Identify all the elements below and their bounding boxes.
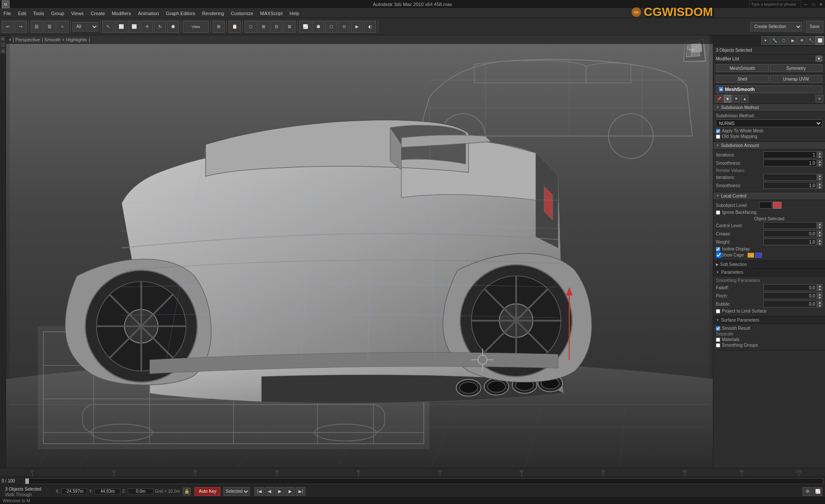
show-cage-checkbox[interactable] [716, 252, 721, 258]
render-smooth-down[interactable]: ▼ [817, 185, 822, 189]
panel-tb-active[interactable]: ■ [724, 95, 731, 103]
maximize-button[interactable]: □ [809, 0, 817, 9]
create-selection-dropdown[interactable]: Create Selection [750, 22, 802, 31]
weight-up[interactable]: ▲ [817, 238, 822, 242]
smoothness-input[interactable] [763, 160, 817, 166]
save-button[interactable]: Save [806, 21, 823, 33]
render-smooth-up[interactable]: ▲ [817, 182, 822, 185]
weight-input[interactable] [763, 238, 817, 245]
left-panel-btn-1[interactable]: + [0, 36, 6, 41]
soft-selection-header[interactable]: ▶ Soft Selection [713, 261, 825, 269]
menu-animation[interactable]: Animation [135, 9, 163, 18]
render-setup-button[interactable]: ⊙ [338, 21, 350, 33]
pinch-down[interactable]: ▼ [817, 296, 822, 299]
menu-create[interactable]: Create [87, 9, 108, 18]
unwrap-uvw-button[interactable]: Unwrap UVW [770, 75, 823, 83]
left-panel-btn-2[interactable]: - [0, 42, 6, 47]
tab-hierarchy[interactable]: ⬡ [779, 36, 788, 45]
menu-tools[interactable]: Tools [30, 9, 48, 18]
mini-curve-button[interactable]: 📈 [813, 487, 822, 496]
control-level-input[interactable] [763, 222, 817, 229]
local-control-header[interactable]: ▼ Local Control [713, 192, 825, 200]
viewport-perspective-label[interactable]: + | Perspective [9, 37, 40, 42]
meshsmooth-button[interactable]: MeshSmooth [716, 64, 769, 72]
tab-utilities[interactable]: 🔨 [806, 36, 815, 45]
menu-help[interactable]: Help [286, 9, 303, 18]
menu-graph-editors[interactable]: Graph Editors [163, 9, 199, 18]
mirror-button[interactable]: ⬡ [245, 21, 257, 33]
select-button[interactable]: ↖ [102, 21, 114, 33]
falloff-input[interactable] [763, 284, 817, 291]
close-button[interactable]: ✕ [817, 0, 825, 9]
link-button[interactable]: ⛓ [31, 21, 43, 33]
iterations-down[interactable]: ▼ [817, 155, 822, 158]
crease-down[interactable]: ▼ [817, 234, 822, 237]
iterations-input[interactable] [763, 151, 817, 158]
falloff-down[interactable]: ▼ [817, 288, 822, 291]
timeline-track[interactable] [25, 478, 823, 484]
crease-input[interactable] [763, 230, 817, 237]
tab-motion[interactable]: ▶ [788, 36, 797, 45]
bind-spacewarp-button[interactable]: ≈ [56, 21, 69, 33]
align-button[interactable]: ⊟ [270, 21, 282, 33]
tab-create[interactable]: ✦ [761, 36, 770, 45]
search-input[interactable] [751, 2, 799, 6]
selected-dropdown[interactable]: Selected [223, 487, 250, 496]
weight-down[interactable]: ▼ [817, 242, 822, 245]
menu-modifiers[interactable]: Modifiers [108, 9, 135, 18]
smoothness-up[interactable]: ▲ [817, 160, 822, 163]
isoline-display-checkbox[interactable] [716, 247, 720, 251]
move-button[interactable]: ✛ [141, 21, 153, 33]
subdivision-method-header[interactable]: ▼ Subdivision Method [713, 104, 825, 112]
menu-maxscript[interactable]: MAXScript [257, 9, 286, 18]
reference-coord-dropdown[interactable]: View [183, 21, 209, 33]
tab-display[interactable]: 👁 [797, 36, 806, 45]
menu-views[interactable]: Views [68, 9, 87, 18]
surface-params-header[interactable]: ▼ Surface Parameters [713, 316, 825, 324]
ignore-backfacing-checkbox[interactable] [716, 210, 720, 215]
menu-file[interactable]: File [0, 9, 15, 18]
menu-rendering[interactable]: Rendering [199, 9, 228, 18]
old-style-mapping-checkbox[interactable] [716, 135, 720, 139]
tab-modify[interactable]: 🔧 [770, 36, 779, 45]
iterations-up[interactable]: ▲ [817, 151, 822, 155]
viewport-shading-label[interactable]: | Smooth + Highlights [42, 37, 87, 42]
redo-button[interactable]: ↪ [15, 21, 27, 33]
play-button[interactable]: ▶ [275, 487, 285, 496]
project-limit-checkbox[interactable] [716, 309, 720, 313]
material-editor-button[interactable]: ⬡ [325, 21, 337, 33]
curve-editor-button[interactable]: 📈 [299, 21, 311, 33]
timeline-thumb[interactable] [25, 479, 29, 484]
ctrl-level-up[interactable]: ▲ [817, 222, 822, 225]
cage-color-swatch-2[interactable] [755, 253, 762, 258]
active-shade-button[interactable]: ◐ [364, 21, 376, 33]
unlink-button[interactable]: ⛓ [44, 21, 56, 33]
crease-up[interactable]: ▲ [817, 230, 822, 234]
parameters-header[interactable]: ▼ Parameters [713, 269, 825, 276]
z-coord-input[interactable] [128, 488, 154, 495]
selection-filter-dropdown[interactable]: All [72, 22, 98, 31]
smooth-result-checkbox[interactable] [716, 326, 720, 331]
render-button[interactable]: ▶ [351, 21, 363, 33]
select-by-name-button[interactable]: 📋 [229, 21, 241, 33]
rotate-button[interactable]: ↻ [154, 21, 166, 33]
lock-icon[interactable]: 🔒 [183, 488, 191, 495]
scale-button[interactable]: ⬟ [167, 21, 179, 33]
subobject-level-input[interactable] [759, 202, 772, 209]
bubble-up[interactable]: ▲ [817, 301, 822, 304]
panel-tb-btn4[interactable]: ▲ [741, 95, 749, 103]
smoothness-down[interactable]: ▼ [817, 163, 822, 166]
timeline-config-button[interactable]: ⚙ [803, 487, 812, 496]
spacing-tool-button[interactable]: ⊠ [283, 21, 295, 33]
next-frame-button[interactable]: ▶ [285, 487, 295, 496]
meshsmooth-stack-item[interactable]: ■ MeshSmooth [716, 85, 822, 93]
panel-tb-btn3[interactable]: ▼ [732, 95, 740, 103]
symmetry-button[interactable]: Symmetry [770, 64, 823, 72]
render-iterations-input[interactable] [763, 174, 817, 181]
go-to-end-button[interactable]: ▶| [296, 487, 305, 496]
modifier-list-dropdown[interactable]: ▼ [816, 56, 822, 62]
materials-checkbox[interactable] [716, 338, 720, 342]
prev-frame-button[interactable]: ◀ [265, 487, 274, 496]
select-region-button[interactable]: ⬜ [115, 21, 127, 33]
panel-tb-pin[interactable]: 📌 [715, 95, 723, 103]
